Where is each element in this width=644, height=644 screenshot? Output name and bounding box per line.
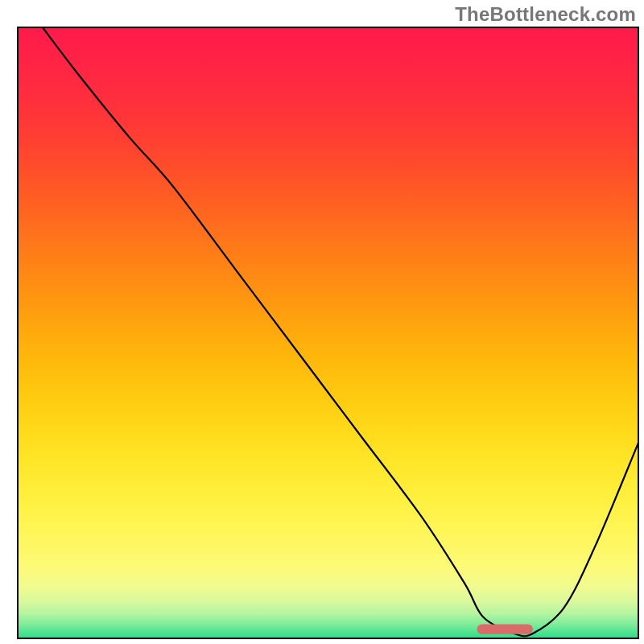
- optimal-range-marker: [477, 625, 533, 634]
- watermark-text: TheBottleneck.com: [455, 3, 636, 26]
- plot-background: [18, 27, 638, 638]
- bottleneck-chart: TheBottleneck.com: [0, 0, 644, 644]
- chart-svg: [0, 0, 644, 644]
